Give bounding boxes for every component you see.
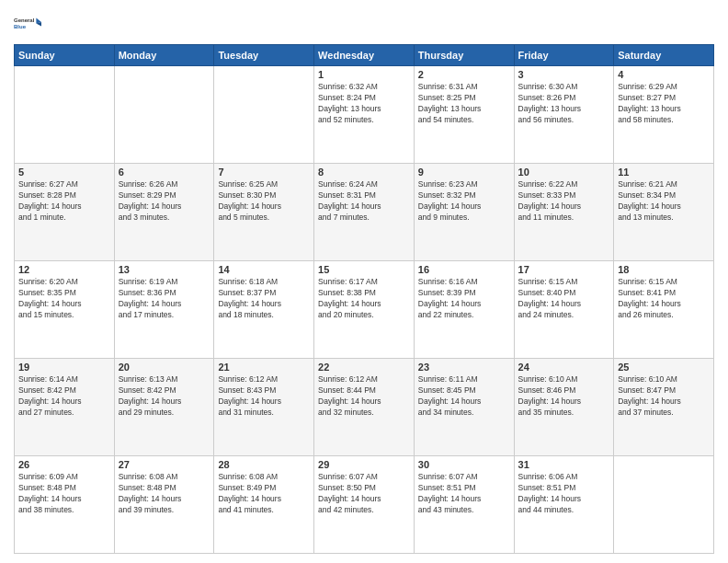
day-info: Sunrise: 6:15 AMSunset: 8:41 PMDaylight:… — [618, 277, 710, 321]
calendar-cell: 10Sunrise: 6:22 AMSunset: 8:33 PMDayligh… — [514, 164, 614, 261]
day-info: Sunrise: 6:07 AMSunset: 8:50 PMDaylight:… — [318, 472, 410, 516]
day-info: Sunrise: 6:10 AMSunset: 8:46 PMDaylight:… — [518, 374, 610, 419]
calendar-cell: 8Sunrise: 6:24 AMSunset: 8:31 PMDaylight… — [314, 164, 415, 261]
calendar-cell: 1Sunrise: 6:32 AMSunset: 8:24 PMDaylight… — [314, 66, 415, 164]
day-number: 2 — [418, 69, 510, 80]
day-number: 13 — [119, 264, 210, 275]
calendar-cell: 4Sunrise: 6:29 AMSunset: 8:27 PMDaylight… — [614, 66, 714, 164]
svg-text:Blue: Blue — [14, 24, 27, 29]
day-number: 7 — [218, 167, 310, 178]
day-number: 23 — [418, 362, 510, 373]
day-number: 16 — [418, 264, 510, 275]
calendar-cell: 3Sunrise: 6:30 AMSunset: 8:26 PMDaylight… — [514, 66, 614, 164]
calendar-header: SundayMondayTuesdayWednesdayThursdayFrid… — [15, 45, 714, 66]
day-info: Sunrise: 6:09 AMSunset: 8:48 PMDaylight:… — [18, 472, 110, 516]
day-number: 15 — [318, 264, 410, 275]
calendar-cell — [114, 66, 214, 164]
calendar-cell: 5Sunrise: 6:27 AMSunset: 8:28 PMDaylight… — [15, 164, 115, 261]
day-info: Sunrise: 6:06 AMSunset: 8:51 PMDaylight:… — [518, 472, 610, 516]
day-number: 21 — [218, 362, 310, 373]
calendar-cell: 30Sunrise: 6:07 AMSunset: 8:51 PMDayligh… — [414, 456, 514, 554]
calendar-cell: 18Sunrise: 6:15 AMSunset: 8:41 PMDayligh… — [614, 261, 714, 359]
day-number: 24 — [518, 362, 610, 373]
calendar-cell: 25Sunrise: 6:10 AMSunset: 8:47 PMDayligh… — [614, 359, 714, 456]
calendar-cell: 20Sunrise: 6:13 AMSunset: 8:42 PMDayligh… — [114, 359, 214, 456]
day-info: Sunrise: 6:31 AMSunset: 8:25 PMDaylight:… — [418, 82, 510, 126]
calendar-cell: 23Sunrise: 6:11 AMSunset: 8:45 PMDayligh… — [414, 359, 514, 456]
day-info: Sunrise: 6:12 AMSunset: 8:43 PMDaylight:… — [218, 374, 310, 419]
day-info: Sunrise: 6:18 AMSunset: 8:37 PMDaylight:… — [218, 277, 310, 321]
calendar-cell: 12Sunrise: 6:20 AMSunset: 8:35 PMDayligh… — [15, 261, 115, 359]
weekday-header: Sunday — [15, 45, 115, 66]
calendar-row: 26Sunrise: 6:09 AMSunset: 8:48 PMDayligh… — [15, 456, 714, 554]
calendar-cell — [15, 66, 115, 164]
page: GeneralBlue SundayMondayTuesdayWednesday… — [0, 0, 728, 563]
day-info: Sunrise: 6:30 AMSunset: 8:26 PMDaylight:… — [518, 82, 610, 126]
day-info: Sunrise: 6:11 AMSunset: 8:45 PMDaylight:… — [418, 374, 510, 419]
day-number: 22 — [318, 362, 410, 373]
day-info: Sunrise: 6:24 AMSunset: 8:31 PMDaylight:… — [318, 179, 410, 224]
day-number: 30 — [418, 459, 510, 470]
calendar-cell: 6Sunrise: 6:26 AMSunset: 8:29 PMDaylight… — [114, 164, 214, 261]
calendar-cell: 7Sunrise: 6:25 AMSunset: 8:30 PMDaylight… — [214, 164, 314, 261]
day-info: Sunrise: 6:26 AMSunset: 8:29 PMDaylight:… — [119, 179, 210, 224]
day-number: 31 — [518, 459, 610, 470]
weekday-row: SundayMondayTuesdayWednesdayThursdayFrid… — [15, 45, 714, 66]
calendar-table: SundayMondayTuesdayWednesdayThursdayFrid… — [14, 44, 714, 554]
day-info: Sunrise: 6:20 AMSunset: 8:35 PMDaylight:… — [18, 277, 110, 321]
day-info: Sunrise: 6:16 AMSunset: 8:39 PMDaylight:… — [418, 277, 510, 321]
calendar-cell: 27Sunrise: 6:08 AMSunset: 8:48 PMDayligh… — [114, 456, 214, 554]
day-info: Sunrise: 6:10 AMSunset: 8:47 PMDaylight:… — [618, 374, 710, 419]
day-info: Sunrise: 6:08 AMSunset: 8:49 PMDaylight:… — [218, 472, 310, 516]
weekday-header: Saturday — [614, 45, 714, 66]
day-number: 25 — [618, 362, 710, 373]
day-number: 3 — [518, 69, 610, 80]
day-info: Sunrise: 6:21 AMSunset: 8:34 PMDaylight:… — [618, 179, 710, 224]
calendar-cell: 28Sunrise: 6:08 AMSunset: 8:49 PMDayligh… — [214, 456, 314, 554]
calendar-cell: 26Sunrise: 6:09 AMSunset: 8:48 PMDayligh… — [15, 456, 115, 554]
calendar-cell: 22Sunrise: 6:12 AMSunset: 8:44 PMDayligh… — [314, 359, 415, 456]
calendar-row: 19Sunrise: 6:14 AMSunset: 8:42 PMDayligh… — [15, 359, 714, 456]
day-info: Sunrise: 6:13 AMSunset: 8:42 PMDaylight:… — [119, 374, 210, 419]
calendar-cell: 21Sunrise: 6:12 AMSunset: 8:43 PMDayligh… — [214, 359, 314, 456]
calendar-cell: 15Sunrise: 6:17 AMSunset: 8:38 PMDayligh… — [314, 261, 415, 359]
logo: GeneralBlue — [14, 9, 41, 37]
calendar-cell — [214, 66, 314, 164]
weekday-header: Tuesday — [214, 45, 314, 66]
calendar-cell — [614, 456, 714, 554]
day-info: Sunrise: 6:15 AMSunset: 8:40 PMDaylight:… — [518, 277, 610, 321]
day-number: 20 — [119, 362, 210, 373]
calendar-row: 1Sunrise: 6:32 AMSunset: 8:24 PMDaylight… — [15, 66, 714, 164]
day-info: Sunrise: 6:32 AMSunset: 8:24 PMDaylight:… — [318, 82, 410, 126]
header: GeneralBlue — [14, 9, 714, 37]
weekday-header: Wednesday — [314, 45, 415, 66]
day-info: Sunrise: 6:17 AMSunset: 8:38 PMDaylight:… — [318, 277, 410, 321]
day-number: 1 — [318, 69, 410, 80]
calendar-cell: 31Sunrise: 6:06 AMSunset: 8:51 PMDayligh… — [514, 456, 614, 554]
day-number: 26 — [18, 459, 110, 470]
calendar-cell: 2Sunrise: 6:31 AMSunset: 8:25 PMDaylight… — [414, 66, 514, 164]
day-info: Sunrise: 6:23 AMSunset: 8:32 PMDaylight:… — [418, 179, 510, 224]
day-number: 18 — [618, 264, 710, 275]
calendar-cell: 11Sunrise: 6:21 AMSunset: 8:34 PMDayligh… — [614, 164, 714, 261]
calendar-cell: 13Sunrise: 6:19 AMSunset: 8:36 PMDayligh… — [114, 261, 214, 359]
day-number: 4 — [618, 69, 710, 80]
day-number: 12 — [18, 264, 110, 275]
calendar-cell: 19Sunrise: 6:14 AMSunset: 8:42 PMDayligh… — [15, 359, 115, 456]
day-number: 28 — [218, 459, 310, 470]
svg-text:General: General — [14, 17, 35, 23]
day-number: 5 — [18, 167, 110, 178]
weekday-header: Thursday — [414, 45, 514, 66]
day-info: Sunrise: 6:14 AMSunset: 8:42 PMDaylight:… — [18, 374, 110, 419]
day-number: 14 — [218, 264, 310, 275]
day-number: 29 — [318, 459, 410, 470]
day-number: 8 — [318, 167, 410, 178]
calendar-cell: 24Sunrise: 6:10 AMSunset: 8:46 PMDayligh… — [514, 359, 614, 456]
calendar-body: 1Sunrise: 6:32 AMSunset: 8:24 PMDaylight… — [15, 66, 714, 554]
calendar-cell: 29Sunrise: 6:07 AMSunset: 8:50 PMDayligh… — [314, 456, 415, 554]
calendar-row: 5Sunrise: 6:27 AMSunset: 8:28 PMDaylight… — [15, 164, 714, 261]
day-number: 27 — [119, 459, 210, 470]
calendar-cell: 9Sunrise: 6:23 AMSunset: 8:32 PMDaylight… — [414, 164, 514, 261]
logo-icon: GeneralBlue — [14, 9, 41, 37]
calendar-cell: 17Sunrise: 6:15 AMSunset: 8:40 PMDayligh… — [514, 261, 614, 359]
